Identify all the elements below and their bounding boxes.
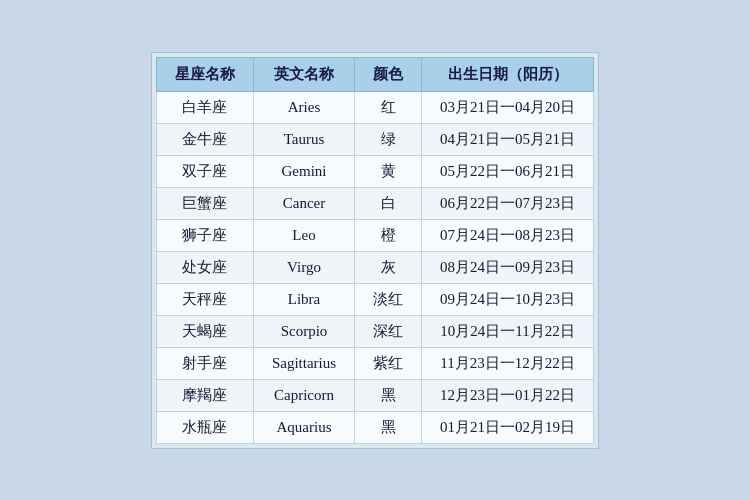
table-row: 摩羯座Capricorn黑12月23日一01月22日 (156, 379, 593, 411)
cell-english: Libra (253, 283, 354, 315)
cell-color: 橙 (355, 219, 422, 251)
cell-chinese: 白羊座 (156, 91, 253, 123)
col-header-color: 颜色 (355, 57, 422, 91)
cell-chinese: 处女座 (156, 251, 253, 283)
cell-color: 黑 (355, 411, 422, 443)
cell-color: 白 (355, 187, 422, 219)
cell-dates: 08月24日一09月23日 (422, 251, 594, 283)
cell-dates: 06月22日一07月23日 (422, 187, 594, 219)
cell-dates: 07月24日一08月23日 (422, 219, 594, 251)
cell-color: 绿 (355, 123, 422, 155)
col-header-chinese: 星座名称 (156, 57, 253, 91)
cell-chinese: 天秤座 (156, 283, 253, 315)
table-row: 处女座Virgo灰08月24日一09月23日 (156, 251, 593, 283)
col-header-english: 英文名称 (253, 57, 354, 91)
table-header-row: 星座名称 英文名称 颜色 出生日期（阳历） (156, 57, 593, 91)
cell-english: Capricorn (253, 379, 354, 411)
table-row: 狮子座Leo橙07月24日一08月23日 (156, 219, 593, 251)
cell-dates: 04月21日一05月21日 (422, 123, 594, 155)
table-row: 巨蟹座Cancer白06月22日一07月23日 (156, 187, 593, 219)
cell-dates: 09月24日一10月23日 (422, 283, 594, 315)
cell-english: Aries (253, 91, 354, 123)
cell-chinese: 天蝎座 (156, 315, 253, 347)
cell-chinese: 双子座 (156, 155, 253, 187)
table-row: 白羊座Aries红03月21日一04月20日 (156, 91, 593, 123)
cell-dates: 05月22日一06月21日 (422, 155, 594, 187)
zodiac-table: 星座名称 英文名称 颜色 出生日期（阳历） 白羊座Aries红03月21日一04… (156, 57, 594, 444)
cell-english: Sagittarius (253, 347, 354, 379)
cell-english: Scorpio (253, 315, 354, 347)
cell-english: Virgo (253, 251, 354, 283)
cell-color: 黄 (355, 155, 422, 187)
cell-color: 黑 (355, 379, 422, 411)
cell-english: Leo (253, 219, 354, 251)
cell-english: Aquarius (253, 411, 354, 443)
zodiac-table-container: 星座名称 英文名称 颜色 出生日期（阳历） 白羊座Aries红03月21日一04… (151, 52, 599, 449)
table-row: 天秤座Libra淡红09月24日一10月23日 (156, 283, 593, 315)
table-row: 双子座Gemini黄05月22日一06月21日 (156, 155, 593, 187)
cell-color: 淡红 (355, 283, 422, 315)
cell-color: 灰 (355, 251, 422, 283)
cell-dates: 10月24日一11月22日 (422, 315, 594, 347)
cell-color: 红 (355, 91, 422, 123)
cell-chinese: 摩羯座 (156, 379, 253, 411)
cell-chinese: 狮子座 (156, 219, 253, 251)
table-row: 射手座Sagittarius紫红11月23日一12月22日 (156, 347, 593, 379)
cell-english: Taurus (253, 123, 354, 155)
cell-english: Cancer (253, 187, 354, 219)
table-row: 水瓶座Aquarius黑01月21日一02月19日 (156, 411, 593, 443)
col-header-dates: 出生日期（阳历） (422, 57, 594, 91)
table-row: 金牛座Taurus绿04月21日一05月21日 (156, 123, 593, 155)
cell-color: 紫红 (355, 347, 422, 379)
cell-chinese: 巨蟹座 (156, 187, 253, 219)
table-row: 天蝎座Scorpio深红10月24日一11月22日 (156, 315, 593, 347)
cell-color: 深红 (355, 315, 422, 347)
cell-chinese: 射手座 (156, 347, 253, 379)
cell-dates: 12月23日一01月22日 (422, 379, 594, 411)
cell-english: Gemini (253, 155, 354, 187)
cell-dates: 03月21日一04月20日 (422, 91, 594, 123)
cell-chinese: 水瓶座 (156, 411, 253, 443)
cell-dates: 01月21日一02月19日 (422, 411, 594, 443)
cell-dates: 11月23日一12月22日 (422, 347, 594, 379)
cell-chinese: 金牛座 (156, 123, 253, 155)
